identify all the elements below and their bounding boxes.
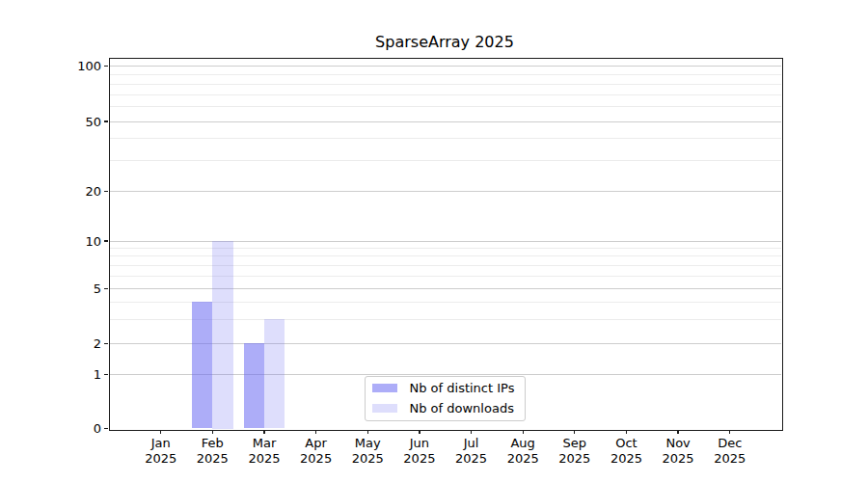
legend-label-downloads: Nb of downloads	[410, 401, 514, 415]
legend-swatch-downloads	[372, 404, 397, 413]
minor-gridline	[109, 255, 781, 256]
minor-gridline	[109, 106, 781, 107]
major-gridline	[109, 288, 781, 289]
minor-gridline	[109, 265, 781, 266]
minor-gridline	[109, 74, 781, 75]
x-tick-mark	[626, 430, 627, 435]
x-tick-mark	[160, 430, 161, 435]
bar-distinct-ips-feb	[192, 302, 212, 428]
y-tick-mark	[104, 428, 109, 429]
major-gridline	[109, 241, 781, 242]
y-tick-label: 5	[41, 281, 101, 297]
legend: Nb of distinct IPs Nb of downloads	[365, 376, 526, 421]
major-gridline	[109, 66, 781, 67]
major-gridline	[109, 191, 781, 192]
y-tick-mark	[104, 120, 109, 121]
minor-gridline	[109, 94, 781, 95]
x-tick-label: Dec 2025	[701, 436, 759, 467]
x-tick-mark	[574, 430, 575, 435]
y-tick-mark	[104, 374, 109, 375]
legend-item-downloads: Nb of downloads	[366, 398, 525, 418]
x-tick-mark	[315, 430, 316, 435]
y-tick-label: 50	[41, 114, 101, 130]
legend-label-distinct-ips: Nb of distinct IPs	[410, 381, 515, 395]
x-tick-mark	[523, 430, 524, 435]
y-tick-label: 1	[41, 366, 101, 383]
y-tick-label: 10	[41, 233, 101, 250]
minor-gridline	[109, 248, 781, 249]
y-tick-label: 2	[41, 335, 101, 352]
x-tick-label: Apr 2025	[287, 436, 345, 467]
y-tick-mark	[104, 191, 109, 192]
bar-downloads-mar	[264, 319, 285, 428]
x-tick-label: Jan 2025	[132, 436, 190, 467]
x-tick-label: Aug 2025	[494, 436, 552, 467]
bar-distinct-ips-mar	[244, 343, 264, 428]
y-tick-mark	[104, 288, 109, 289]
x-tick-mark	[419, 430, 420, 435]
x-tick-label: Sep 2025	[546, 436, 604, 467]
x-tick-label: Nov 2025	[649, 436, 707, 467]
x-tick-label: Jul 2025	[443, 436, 501, 467]
chart-title: SparseArray 2025	[109, 33, 781, 51]
bar-chart-figure: SparseArray 2025 Nb of distinct IPs Nb o…	[0, 0, 868, 482]
y-tick-mark	[104, 240, 109, 241]
legend-swatch-distinct-ips	[372, 384, 397, 392]
x-tick-label: Mar 2025	[235, 436, 293, 467]
x-tick-mark	[212, 430, 213, 435]
bar-downloads-feb	[212, 241, 232, 429]
x-tick-mark	[263, 430, 264, 435]
y-tick-mark	[104, 66, 109, 67]
minor-gridline	[109, 84, 781, 85]
x-tick-mark	[471, 430, 472, 435]
minor-gridline	[109, 138, 781, 139]
x-tick-mark	[729, 430, 730, 435]
x-tick-label: Jun 2025	[391, 436, 448, 467]
x-tick-mark	[677, 430, 678, 435]
y-tick-label: 100	[41, 58, 101, 74]
x-tick-label: May 2025	[339, 436, 396, 467]
x-tick-label: Feb 2025	[183, 436, 241, 467]
x-tick-mark	[367, 430, 368, 435]
x-tick-label: Oct 2025	[597, 436, 655, 467]
y-tick-label: 20	[41, 183, 101, 200]
legend-item-distinct-ips: Nb of distinct IPs	[366, 378, 525, 398]
minor-gridline	[109, 160, 781, 161]
y-tick-mark	[104, 343, 109, 344]
minor-gridline	[109, 276, 781, 277]
y-tick-label: 0	[41, 420, 101, 437]
major-gridline	[109, 121, 781, 122]
